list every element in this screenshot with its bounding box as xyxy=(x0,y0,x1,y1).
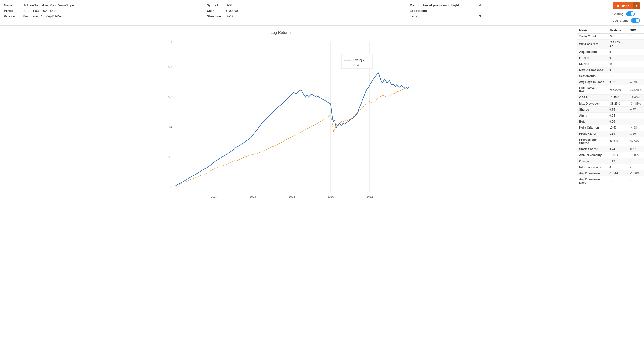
table-row: Smart Sharpe 0.74 0.77 xyxy=(577,146,644,152)
table-row: Avg Drawdown -1.64% -1.66% xyxy=(577,170,644,177)
strategy-cell: 0 xyxy=(607,164,628,170)
table-row: SL Hits 46 xyxy=(577,61,644,67)
table-row: Alpha 0.04 - xyxy=(577,113,644,119)
metric-cell: Avg Days in Trade xyxy=(577,79,607,85)
metric-cell: Kelly Criterion xyxy=(577,125,607,131)
svg-text:2014: 2014 xyxy=(211,195,218,199)
legs-row: Legs 3 xyxy=(410,14,605,19)
metric-cell: Max Drawdown xyxy=(577,101,607,107)
strategy-cell: -1.64% xyxy=(607,170,628,177)
strategy-cell: 1.19 xyxy=(607,131,628,137)
sharing-toggle-row: Sharing: xyxy=(613,11,640,16)
table-row: Max Drawdown -38.25% -34.83% xyxy=(577,101,644,107)
legs-value: 3 xyxy=(479,15,481,18)
svg-text:2018: 2018 xyxy=(289,195,295,199)
clone-dropdown-button[interactable]: ▼ xyxy=(633,3,640,10)
table-row: Avg Drawdown Days 18 19 xyxy=(577,177,644,186)
clone-button[interactable]: ↻ Clone xyxy=(613,3,633,10)
cash-value: $100000 xyxy=(226,9,238,13)
metric-cell: Alpha xyxy=(577,113,607,119)
spx-cell xyxy=(628,55,644,61)
spx-cell: 19 xyxy=(628,177,644,186)
metric-cell: Annual Volatility xyxy=(577,152,607,158)
name-label: Name xyxy=(4,3,21,7)
legs-label: Legs xyxy=(410,15,477,18)
metric-cell: Max DIT Reaches xyxy=(577,67,607,73)
strategy-cell: 138 xyxy=(607,73,628,79)
metric-cell: Adjustments xyxy=(577,49,607,55)
svg-text:1: 1 xyxy=(170,41,172,44)
clone-label: Clone xyxy=(620,4,629,8)
spx-cell: -4.98 xyxy=(628,125,644,131)
spx-cell xyxy=(628,40,644,49)
strategy-cell: 18 xyxy=(607,177,628,186)
sharing-label: Sharing: xyxy=(613,12,624,16)
structure-value: BWB xyxy=(226,15,233,18)
metric-cell: Information ratio xyxy=(577,164,607,170)
svg-text:0.8: 0.8 xyxy=(168,66,172,69)
table-row: Avg Days in Trade 39.21 4378 xyxy=(577,79,644,85)
svg-text:2022: 2022 xyxy=(366,195,373,199)
strategy-cell: 0.75 xyxy=(607,107,628,113)
metric-cell: Beta xyxy=(577,119,607,125)
metric-cell: Profit Factor xyxy=(577,131,607,137)
strategy-cell: 10.53 xyxy=(607,125,628,131)
symbol-row: Symbol SPX xyxy=(207,3,402,8)
metrics-panel: Metric Strategy SPX Trade Count 290 1 Wi… xyxy=(576,26,644,211)
metric-cell: Avg Drawdown Days xyxy=(577,177,607,186)
expirations-value: 1 xyxy=(479,9,481,13)
symbol-value: SPX xyxy=(226,3,232,7)
info-group-3: Max number of positions in flight 4 Expi… xyxy=(406,2,609,24)
log-returns-toggle-row: Log returns: xyxy=(613,18,640,23)
metric-cell: SL Hits xyxy=(577,61,607,67)
spx-cell: 0.77 xyxy=(628,107,644,113)
table-row: Kelly Criterion 10.53 -4.98 xyxy=(577,125,644,131)
cash-label: Cash xyxy=(207,9,224,13)
table-row: Beta 0.66 - xyxy=(577,119,644,125)
strategy-cell: 0.04 xyxy=(607,113,628,119)
col-strategy-header: Strategy xyxy=(607,28,628,34)
spx-cell: 1.16 xyxy=(628,131,644,137)
spx-cell xyxy=(628,61,644,67)
svg-text:0.2: 0.2 xyxy=(168,155,172,159)
spx-cell: - xyxy=(628,119,644,125)
spx-cell: -1.66% xyxy=(628,170,644,177)
spx-cell: - xyxy=(628,164,644,170)
version-value: MesoSim-2.11.3-0-g401d57d xyxy=(23,15,63,18)
table-row: CAGR 11.45% 11.61% xyxy=(577,95,644,101)
strategy-cell: 46 xyxy=(607,61,628,67)
strategy-cell: 0 xyxy=(607,49,628,55)
log-returns-toggle[interactable] xyxy=(631,18,640,23)
strategy-cell: 227 / 63 = 3.6 xyxy=(607,40,628,49)
spx-cell: - xyxy=(628,113,644,119)
table-row: PT Hits 0 xyxy=(577,55,644,61)
chart-svg: 0 0.2 0.4 0.6 0.8 1 2014 2016 2018 2020 … xyxy=(5,37,576,206)
header-bar: Name DiffEvo-NormalizedMap / WornSnipe P… xyxy=(0,0,644,26)
sharing-toggle[interactable] xyxy=(626,11,635,16)
table-row: Adjustments 0 xyxy=(577,49,644,55)
spx-cell xyxy=(628,49,644,55)
strategy-cell: 0 xyxy=(607,67,628,73)
svg-text:2020: 2020 xyxy=(328,195,334,199)
info-group-1: Name DiffEvo-NormalizedMap / WornSnipe P… xyxy=(0,2,203,24)
strategy-cell: 290 xyxy=(607,34,628,40)
table-row: Annual Volatility 16.37% 15.86% xyxy=(577,152,644,158)
svg-text:0: 0 xyxy=(170,185,172,189)
period-value: 2012-01-03 - 2023-12-29 xyxy=(23,9,58,13)
refresh-icon: ↻ xyxy=(616,4,619,8)
max-positions-value: 4 xyxy=(479,3,481,7)
spx-cell: -34.83% xyxy=(628,101,644,107)
symbol-label: Symbol xyxy=(207,3,224,7)
strategy-cell: 0 xyxy=(607,55,628,61)
main-content: Log Returns xyxy=(0,26,644,211)
strategy-cell: -38.25% xyxy=(607,101,628,107)
spx-cell xyxy=(628,73,644,79)
structure-row: Structure BWB xyxy=(207,14,402,19)
strategy-cell: 11.45% xyxy=(607,95,628,101)
table-row: Profit Factor 1.19 1.16 xyxy=(577,131,644,137)
clone-btn-group: ↻ Clone ▼ xyxy=(613,3,640,10)
period-row: Period 2012-01-03 - 2023-12-29 xyxy=(4,8,199,14)
max-positions-row: Max number of positions in flight 4 xyxy=(410,3,605,8)
info-group-2: Symbol SPX Cash $100000 Structure BWB xyxy=(203,2,406,24)
spx-cell: 11.61% xyxy=(628,95,644,101)
